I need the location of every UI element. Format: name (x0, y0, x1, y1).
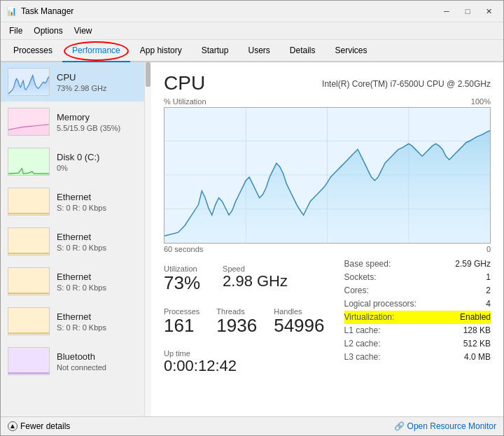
cpu-value: 73% 2.98 GHz (57, 84, 137, 92)
memory-info: Memory 5.5/15.9 GB (35%) (57, 112, 137, 132)
uptime-value: 0:00:12:42 (164, 358, 325, 374)
chart-label-right: 100% (471, 97, 491, 106)
tab-performance[interactable]: Performance (62, 40, 130, 62)
speed-value: 2.98 GHz (223, 273, 288, 290)
menu-file[interactable]: File (4, 24, 28, 38)
tab-startup[interactable]: Startup (192, 40, 239, 62)
monitor-icon: 🔗 (394, 421, 405, 431)
right-stat-value: 1 (486, 272, 491, 282)
bluetooth-thumbnail (8, 347, 50, 375)
eth1-value: S: 0 R: 0 Kbps (57, 204, 137, 212)
chart-area: % Utilization 100% (164, 97, 491, 253)
disk-thumbnail (8, 148, 50, 176)
main-title: CPU (164, 72, 205, 94)
chart-time-right: 0 (486, 245, 491, 253)
sidebar-item-ethernet-3[interactable]: Ethernet S: 0 R: 0 Kbps (1, 262, 144, 302)
disk-value: 0% (57, 164, 137, 172)
eth2-name: Ethernet (57, 232, 137, 242)
right-stat-key: L3 cache: (344, 352, 381, 362)
scrollbar-thumb[interactable] (146, 62, 150, 87)
handles-stat: Handles 54996 (274, 304, 330, 342)
uptime-stat: Up time 0:00:12:42 (164, 346, 330, 380)
handles-label: Handles (274, 307, 324, 316)
cpu-info: CPU 73% 2.98 GHz (57, 72, 137, 92)
tab-services[interactable]: Services (326, 40, 377, 62)
bluetooth-info: Bluetooth Not connected (57, 351, 137, 372)
threads-label: Threads (216, 307, 257, 316)
sidebar-item-ethernet-2[interactable]: Ethernet S: 0 R: 0 Kbps (1, 222, 144, 262)
right-stat-row: Base speed:2.59 GHz (344, 258, 491, 271)
left-stats: Utilization 73% Speed 2.98 GHz Processes… (164, 258, 330, 380)
right-info: Base speed:2.59 GHzSockets:1Cores:2Logic… (344, 258, 491, 380)
eth4-name: Ethernet (57, 311, 137, 322)
speed-stat: Speed 2.98 GHz (223, 262, 293, 299)
open-resource-monitor-button[interactable]: 🔗 Open Resource Monitor (394, 421, 496, 431)
memory-thumbnail (8, 108, 50, 136)
sidebar-item-memory[interactable]: Memory 5.5/15.9 GB (35%) (1, 102, 144, 142)
title-bar: 📊 Task Manager ─ □ ✕ (1, 1, 503, 22)
title-bar-buttons: ─ □ ✕ (438, 5, 498, 17)
processes-value: 161 (164, 316, 200, 336)
open-monitor-label: Open Resource Monitor (407, 421, 496, 431)
app-icon: 📊 (6, 6, 17, 16)
eth4-thumbnail (8, 307, 50, 335)
memory-name: Memory (57, 112, 137, 122)
cpu-chart (164, 107, 491, 244)
eth3-thumbnail (8, 267, 50, 295)
right-stat-value: 128 KB (463, 325, 491, 335)
tab-processes[interactable]: Processes (4, 40, 62, 62)
right-stat-key: Virtualization: (344, 312, 395, 322)
sidebar-item-bluetooth[interactable]: Bluetooth Not connected (1, 342, 144, 381)
content-area: CPU 73% 2.98 GHz Memory 5.5/15.9 GB (1, 62, 503, 416)
task-manager-window: 📊 Task Manager ─ □ ✕ File Options View P… (0, 0, 504, 436)
sidebar-item-ethernet-4[interactable]: Ethernet S: 0 R: 0 Kbps (1, 302, 144, 342)
main-panel: CPU Intel(R) Core(TM) i7-6500U CPU @ 2.5… (151, 62, 503, 416)
tab-bar: Processes Performance App history Startu… (1, 40, 503, 62)
right-stat-key: L2 cache: (344, 339, 381, 349)
right-stat-row: Virtualization:Enabled (344, 311, 491, 324)
menu-view[interactable]: View (69, 24, 98, 38)
right-stat-row: Logical processors:4 (344, 297, 491, 311)
right-stat-value: 4.0 MB (464, 352, 491, 362)
right-stat-row: L3 cache:4.0 MB (344, 351, 491, 364)
right-stat-value: 2 (486, 286, 491, 295)
right-stat-value: 4 (486, 299, 491, 309)
memory-value: 5.5/15.9 GB (35%) (57, 124, 137, 132)
eth1-name: Ethernet (57, 192, 137, 202)
sidebar-item-ethernet-1[interactable]: Ethernet S: 0 R: 0 Kbps (1, 182, 144, 222)
bluetooth-name: Bluetooth (57, 351, 137, 362)
menu-options[interactable]: Options (28, 24, 68, 38)
right-stat-row: L1 cache:128 KB (344, 324, 491, 337)
disk-info: Disk 0 (C:) 0% (57, 152, 137, 172)
sidebar-wrapper: CPU 73% 2.98 GHz Memory 5.5/15.9 GB (1, 62, 151, 416)
right-stat-row: Sockets:1 (344, 271, 491, 284)
main-header: CPU Intel(R) Core(TM) i7-6500U CPU @ 2.5… (164, 72, 491, 94)
right-stat-key: Base speed: (344, 259, 391, 269)
minimize-button[interactable]: ─ (438, 5, 456, 17)
eth1-thumbnail (8, 188, 50, 216)
eth2-info: Ethernet S: 0 R: 0 Kbps (57, 232, 137, 252)
cpu-thumbnail (8, 68, 50, 96)
chart-time-labels: 60 seconds 0 (164, 245, 491, 253)
right-stat-row: Cores:2 (344, 284, 491, 297)
maximize-button[interactable]: □ (458, 5, 477, 17)
fewer-details-label: Fewer details (20, 421, 70, 431)
tab-users[interactable]: Users (238, 40, 279, 62)
close-button[interactable]: ✕ (479, 5, 498, 17)
processes-stat: Processes 161 (164, 304, 205, 342)
eth2-thumbnail (8, 227, 50, 255)
eth3-value: S: 0 R: 0 Kbps (57, 283, 137, 292)
threads-stat: Threads 1936 (216, 304, 262, 342)
right-stat-key: Cores: (344, 286, 369, 295)
fewer-details-button[interactable]: ▲ Fewer details (8, 421, 70, 431)
utilization-stat: Utilization 73% (164, 262, 206, 299)
sidebar-item-disk[interactable]: Disk 0 (C:) 0% (1, 142, 144, 182)
sidebar-item-cpu[interactable]: CPU 73% 2.98 GHz (1, 62, 144, 102)
handles-value: 54996 (274, 316, 324, 336)
window-title: Task Manager (21, 6, 74, 16)
chart-labels: % Utilization 100% (164, 97, 491, 106)
right-stat-value: Enabled (460, 312, 491, 322)
sidebar-scrollbar[interactable] (144, 62, 151, 416)
tab-app-history[interactable]: App history (130, 40, 192, 62)
tab-details[interactable]: Details (280, 40, 326, 62)
